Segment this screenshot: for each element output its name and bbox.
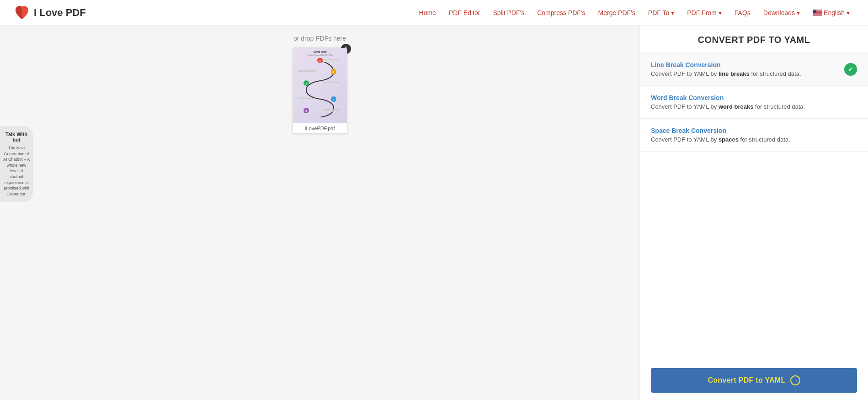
line-break-check-icon: [844, 63, 857, 76]
file-name: ILovePDF.pdf: [293, 123, 347, 133]
main-header: I Love PDF Home PDF Editor Split PDF's C…: [0, 0, 868, 26]
svg-rect-24: [323, 59, 340, 60]
nav-merge-pdf[interactable]: Merge PDF's: [594, 6, 640, 19]
nav-faqs[interactable]: FAQs: [730, 6, 755, 19]
pdf-mini-title: I LOVE PDF2: [296, 51, 344, 53]
svg-rect-8: [813, 13, 822, 14]
word-break-option[interactable]: Word Break Conversion Convert PDF to YAM…: [640, 86, 868, 119]
nav-pdf-to[interactable]: PDF To ▾: [644, 6, 679, 19]
chatbot-title: Talk With bot: [3, 132, 30, 142]
convert-button[interactable]: Convert PDF to YAML →: [651, 368, 857, 393]
line-break-content: Line Break Conversion Convert PDF to YAM…: [651, 61, 801, 77]
svg-rect-25: [323, 61, 335, 62]
svg-rect-26: [298, 70, 315, 72]
file-card[interactable]: I LOVE PDF2 Powerful & Simple Online PDF…: [293, 47, 347, 134]
pdf-mini-content: I LOVE PDF2 Powerful & Simple Online PDF…: [293, 48, 347, 123]
nav-pdf-from[interactable]: PDF From ▾: [682, 6, 726, 19]
pdf-mini-subtitle: Powerful & Simple Online PDF Tools: [296, 54, 344, 56]
svg-rect-11: [813, 15, 822, 15]
logo-heart-icon: [14, 5, 30, 21]
chatbot-description: The Next Generation of AI Chatbot – A wh…: [3, 145, 30, 197]
svg-rect-29: [323, 84, 335, 85]
nav-downloads[interactable]: Downloads ▾: [759, 6, 804, 19]
line-break-title: Line Break Conversion: [651, 61, 801, 68]
left-panel: Talk With bot The Next Generation of AI …: [0, 26, 639, 400]
word-break-desc: Convert PDF to YAML by word breaks for s…: [651, 103, 805, 110]
convert-btn-area: Convert PDF to YAML →: [640, 361, 868, 400]
convert-button-label: Convert PDF to YAML: [708, 376, 785, 384]
word-break-title: Word Break Conversion: [651, 94, 805, 101]
space-break-option[interactable]: Space Break Conversion Convert PDF to YA…: [640, 119, 868, 152]
svg-rect-28: [323, 82, 340, 83]
svg-rect-7: [813, 13, 822, 13]
svg-rect-12: [813, 15, 822, 16]
flag-icon: [813, 10, 822, 16]
svg-rect-10: [813, 14, 822, 15]
svg-rect-13: [813, 10, 816, 13]
pdf-from-dropdown-icon: ▾: [719, 9, 722, 16]
pdf-mini-path: 1 2 3 4: [296, 58, 344, 117]
main-nav: Home PDF Editor Split PDF's Compress PDF…: [104, 6, 854, 19]
conversion-options: Line Break Conversion Convert PDF to YAM…: [640, 53, 868, 361]
right-panel: CONVERT PDF TO YAML Line Break Conversio…: [639, 26, 868, 400]
upload-area: or drop PDFs here 1 I LOVE PDF2 Powerful…: [160, 35, 480, 134]
language-dropdown-icon: ▾: [847, 9, 850, 16]
chatbot-sidebar[interactable]: Talk With bot The Next Generation of AI …: [0, 126, 33, 202]
svg-rect-27: [298, 73, 311, 74]
main-layout: Talk With bot The Next Generation of AI …: [0, 26, 868, 400]
pdf-path-svg: 1 2 3 4: [297, 58, 343, 117]
nav-compress-pdf[interactable]: Compress PDF's: [533, 6, 590, 19]
right-panel-header: CONVERT PDF TO YAML: [640, 26, 868, 53]
line-break-option[interactable]: Line Break Conversion Convert PDF to YAM…: [640, 53, 868, 86]
svg-rect-9: [813, 14, 822, 14]
space-break-content: Space Break Conversion Convert PDF to YA…: [651, 127, 790, 143]
nav-pdf-editor[interactable]: PDF Editor: [444, 6, 485, 19]
svg-rect-31: [298, 100, 311, 101]
right-panel-title: CONVERT PDF TO YAML: [651, 35, 857, 45]
nav-split-pdf[interactable]: Split PDF's: [488, 6, 529, 19]
space-break-desc: Convert PDF to YAML by spaces for struct…: [651, 136, 790, 143]
logo-text: I Love PDF: [34, 7, 86, 19]
convert-arrow-icon: →: [790, 375, 800, 385]
drop-text: or drop PDFs here: [293, 35, 346, 42]
nav-language[interactable]: English ▾: [808, 6, 854, 19]
nav-home[interactable]: Home: [415, 6, 441, 19]
file-card-wrapper: 1 I LOVE PDF2 Powerful & Simple Online P…: [293, 47, 347, 134]
svg-rect-32: [323, 109, 340, 111]
word-break-content: Word Break Conversion Convert PDF to YAM…: [651, 94, 805, 110]
space-break-title: Space Break Conversion: [651, 127, 790, 134]
logo-link[interactable]: I Love PDF: [14, 5, 86, 21]
pdf-to-dropdown-icon: ▾: [671, 9, 674, 16]
line-break-desc: Convert PDF to YAML by line breaks for s…: [651, 70, 801, 77]
svg-rect-33: [323, 111, 335, 112]
file-thumbnail: I LOVE PDF2 Powerful & Simple Online PDF…: [293, 48, 347, 123]
svg-rect-30: [298, 98, 315, 99]
downloads-dropdown-icon: ▾: [797, 9, 800, 16]
